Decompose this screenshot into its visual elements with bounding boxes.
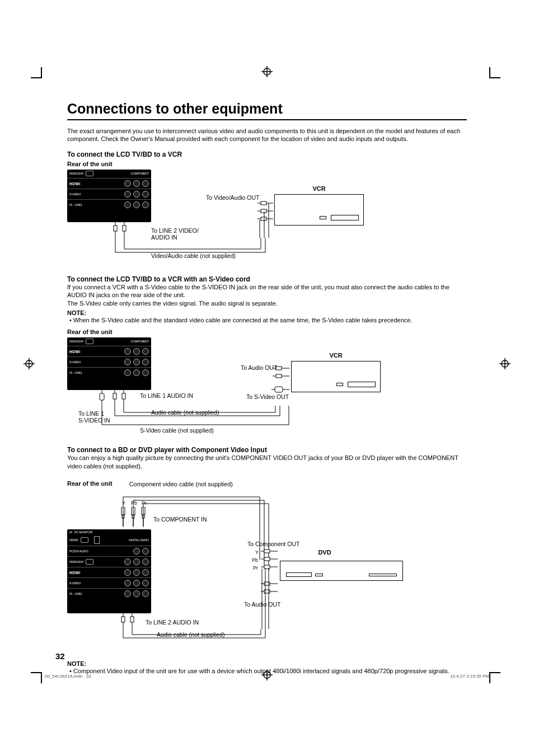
section3-rear-label: Rear of the unit: [67, 480, 113, 488]
label-line2-audio: To LINE 2 AUDIO IN: [146, 619, 199, 626]
crop-mark-icon: [31, 67, 42, 78]
section3-body: You can enjoy a high quality picture by …: [67, 454, 467, 470]
diagram-vcr-svideo: HDMI1/DVICOMPONENT HDMI S-VIDEO IN LINE1…: [67, 337, 467, 438]
label-line1-audio: To LINE 1 AUDIO IN: [140, 392, 193, 399]
registration-mark-icon: [24, 358, 35, 369]
intro-text: The exact arrangement you use to interco…: [67, 127, 467, 143]
svg-rect-39: [276, 374, 282, 378]
section3-heading: To connect to a BD or DVD player with Co…: [67, 446, 467, 454]
section2-rear-label: Rear of the unit: [67, 328, 467, 335]
svg-rect-57: [130, 617, 134, 622]
cable-bend-icon: [257, 569, 274, 630]
page-title: Connections to other equipment: [67, 101, 467, 117]
svg-rect-27: [100, 393, 104, 400]
registration-mark-icon: [261, 66, 273, 77]
svg-rect-15: [123, 226, 126, 231]
label-pb2: Pb: [252, 557, 258, 563]
dvd-label: DVD: [297, 549, 353, 556]
diagram-vcr-basic: HDMI1/DVICOMPONENT HDMI S-VIDEO IN LINE1…: [67, 170, 467, 267]
vcr-label: VCR: [291, 352, 381, 359]
title-divider: [67, 119, 467, 120]
svg-rect-30: [113, 393, 116, 399]
section1-rear-label: Rear of the unit: [67, 161, 467, 167]
vcr-device-icon: [274, 194, 364, 226]
label-audio-out: To Audio OUT: [241, 364, 277, 371]
page-number: 32: [55, 651, 65, 661]
dvd-device-icon: [280, 561, 403, 581]
crop-mark-icon: [31, 672, 42, 683]
label-component-out: To Component OUT: [247, 541, 299, 547]
label-va-out: To Video/Audio OUT: [206, 194, 260, 201]
section2-note-bullet: • When the S-Video cable and the standar…: [67, 316, 467, 324]
footer-file: 00_54L0621A.indb 32: [45, 674, 91, 679]
svg-rect-33: [122, 393, 125, 399]
label-component-cable: Component video cable (not supplied): [129, 480, 233, 488]
section2-body1: If you connect a VCR with a S-Video cabl…: [67, 283, 467, 299]
crop-mark-icon: [489, 672, 500, 683]
section2-body2: The S-Video cable only carries the video…: [67, 299, 467, 307]
label-va-cable: Video/Audio cable (not supplied): [151, 252, 236, 259]
rear-panel-icon: HDMI1/DVICOMPONENT HDMI S-VIDEO IN LINE1: [67, 170, 151, 222]
svg-rect-63: [264, 557, 270, 561]
svg-rect-60: [264, 550, 270, 553]
footer-timestamp: 10.4.27 3:15:35 PM: [450, 674, 489, 679]
cable-path-icon: [121, 628, 266, 641]
section1-heading: To connect the LCD TV/BD to a VCR: [67, 151, 467, 158]
vcr-label: VCR: [274, 185, 364, 192]
svg-rect-54: [121, 617, 125, 622]
manual-page: Connections to other equipment The exact…: [0, 0, 534, 756]
cable-path-icon: [100, 405, 290, 433]
cable-bend-icon: [253, 203, 270, 242]
registration-mark-icon: [499, 358, 510, 369]
section3-note-heading: NOTE:: [67, 660, 467, 667]
label-svideo-out: To S-Video OUT: [246, 393, 289, 400]
crop-mark-icon: [489, 67, 500, 78]
section2-note-heading: NOTE:: [67, 309, 467, 316]
diagram-dvd-component: Y Pb Pr To COMPONENT IN IN PC MONITOR HD…: [67, 490, 467, 652]
section2-heading: To connect the LCD TV/BD to a VCR with a…: [67, 275, 467, 283]
vcr-device-icon: [291, 361, 381, 392]
svg-rect-42: [275, 387, 283, 392]
label-audio-out: To Audio OUT: [244, 601, 280, 608]
registration-mark-icon: [261, 669, 273, 680]
rear-panel-icon: HDMI1/DVICOMPONENT HDMI S-VIDEO IN LINE1: [67, 337, 151, 390]
svg-rect-12: [114, 226, 117, 231]
